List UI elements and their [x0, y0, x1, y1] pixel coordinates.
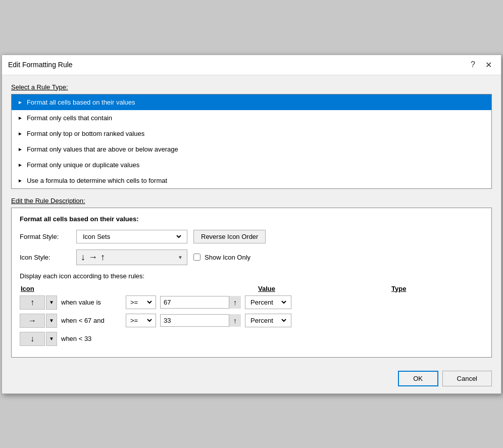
edit-formatting-rule-dialog: Edit Formatting Rule ? ✕ Select a Rule T…: [2, 55, 501, 394]
icon-right-button[interactable]: →: [20, 314, 45, 328]
type-dropdown-1[interactable]: Percent Number Formula Percentile: [248, 298, 288, 307]
rule-item-label: Format all cells based on their values: [27, 98, 135, 106]
rule-item-format-all[interactable]: ► Format all cells based on their values: [12, 94, 491, 110]
icon-down-dropdown[interactable]: ▼: [46, 332, 57, 346]
col-head-spacer: [127, 285, 258, 292]
rule-item-label: Format only values that are above or bel…: [27, 145, 178, 153]
icon-row-1: ↑ ▼ when value is >= > <= < = ↑: [20, 295, 483, 310]
rule-desc-section: Format all cells based on their values: …: [11, 208, 492, 358]
rule-item-label: Use a formula to determine which cells t…: [27, 177, 167, 184]
col-head-icon: Icon: [21, 285, 127, 292]
format-style-label: Format Style:: [20, 233, 70, 240]
desc-title: Format all cells based on their values:: [20, 215, 483, 223]
value-input-wrap-1: ↑: [160, 296, 241, 309]
type-dropdown-2[interactable]: Percent Number Formula Percentile: [248, 316, 288, 325]
right-arrow-icon: →: [88, 252, 97, 263]
title-bar: Edit Formatting Rule ? ✕: [2, 55, 501, 75]
icon-style-label: Icon Style:: [20, 254, 70, 261]
up-arrow-icon: ↑: [100, 252, 105, 263]
rule-item-format-contain[interactable]: ► Format only cells that contain: [12, 110, 491, 126]
col-head-type: Type: [391, 285, 482, 292]
title-bar-controls: ? ✕: [468, 59, 495, 71]
arrow-icon: ►: [18, 131, 23, 136]
arrow-icon: ►: [18, 178, 23, 183]
value-sort-btn-2[interactable]: ↑: [229, 314, 241, 327]
col-head-value: Value: [258, 285, 391, 292]
ok-button[interactable]: OK: [398, 371, 438, 386]
table-header: Icon Value Type: [20, 285, 483, 292]
rule-item-label: Format only cells that contain: [27, 114, 112, 122]
rule-item-format-top-bottom[interactable]: ► Format only top or bottom ranked value…: [12, 126, 491, 141]
dialog-footer: OK Cancel: [2, 366, 501, 393]
value-input-wrap-2: ↑: [160, 314, 241, 327]
icon-up-dropdown[interactable]: ▼: [46, 295, 57, 310]
rule-type-label: Select a Rule Type:: [11, 83, 492, 91]
show-icon-only-checkbox[interactable]: [193, 254, 200, 261]
rule-item-label: Format only top or bottom ranked values: [27, 130, 144, 137]
format-style-row: Format Style: Icon Sets 2-Color Scale 3-…: [20, 230, 483, 243]
cancel-button[interactable]: Cancel: [442, 371, 492, 386]
when-text-2: when < 67 and: [61, 317, 122, 324]
close-button[interactable]: ✕: [482, 59, 495, 71]
condition-dropdown-2[interactable]: >= > <= < =: [128, 316, 154, 325]
icon-cell-1: ↑ ▼: [20, 295, 57, 310]
when-text-3: when < 33: [61, 335, 122, 342]
rule-desc-label: Edit the Rule Description:: [11, 197, 492, 205]
icon-right-dropdown[interactable]: ▼: [46, 314, 57, 328]
icon-row-3: ↓ ▼ when < 33: [20, 332, 483, 346]
icon-style-row: Icon Style: ↓ → ↑ ▼ Show Icon Only: [20, 250, 483, 265]
reverse-icon-order-button[interactable]: Reverse Icon Order: [193, 230, 266, 243]
show-icon-only-label: Show Icon Only: [205, 254, 250, 261]
condition-select-1[interactable]: >= > <= < =: [126, 295, 156, 309]
icon-style-preview: ↓ → ↑: [81, 252, 105, 263]
format-style-dropdown[interactable]: Icon Sets 2-Color Scale 3-Color Scale Da…: [81, 232, 183, 241]
rule-item-label: Format only unique or duplicate values: [27, 161, 139, 169]
rule-item-format-formula[interactable]: ► Use a formula to determine which cells…: [12, 173, 491, 188]
rule-item-format-above-below[interactable]: ► Format only values that are above or b…: [12, 141, 491, 157]
value-sort-btn-1[interactable]: ↑: [229, 296, 241, 309]
arrow-icon: ►: [18, 115, 23, 121]
rule-type-list: ► Format all cells based on their values…: [11, 94, 492, 189]
condition-dropdown-1[interactable]: >= > <= < =: [128, 298, 154, 307]
icon-style-select[interactable]: ↓ → ↑ ▼: [76, 250, 187, 265]
dialog-title: Edit Formatting Rule: [8, 61, 73, 69]
help-button[interactable]: ?: [468, 59, 478, 70]
when-text-1: when value is: [61, 298, 122, 306]
chevron-down-icon: ▼: [178, 255, 183, 260]
condition-select-2[interactable]: >= > <= < =: [126, 314, 156, 327]
icon-up-button[interactable]: ↑: [20, 295, 45, 310]
icon-cell-3: ↓ ▼: [20, 332, 57, 346]
display-note: Display each icon according to these rul…: [20, 272, 483, 280]
arrow-icon: ►: [18, 162, 23, 168]
dialog-body: Select a Rule Type: ► Format all cells b…: [2, 75, 501, 366]
icon-row-2: → ▼ when < 67 and >= > <= < = ↑: [20, 314, 483, 328]
arrow-icon: ►: [18, 99, 23, 105]
down-arrow-icon: ↓: [81, 252, 85, 263]
icon-cell-2: → ▼: [20, 314, 57, 328]
show-icon-only-area: Show Icon Only: [193, 254, 250, 261]
format-style-select[interactable]: Icon Sets 2-Color Scale 3-Color Scale Da…: [76, 230, 187, 243]
rule-item-format-unique-dup[interactable]: ► Format only unique or duplicate values: [12, 157, 491, 173]
arrow-icon: ►: [18, 146, 23, 152]
type-select-2[interactable]: Percent Number Formula Percentile: [245, 314, 291, 327]
type-select-1[interactable]: Percent Number Formula Percentile: [245, 295, 291, 309]
icon-down-button[interactable]: ↓: [20, 332, 45, 346]
